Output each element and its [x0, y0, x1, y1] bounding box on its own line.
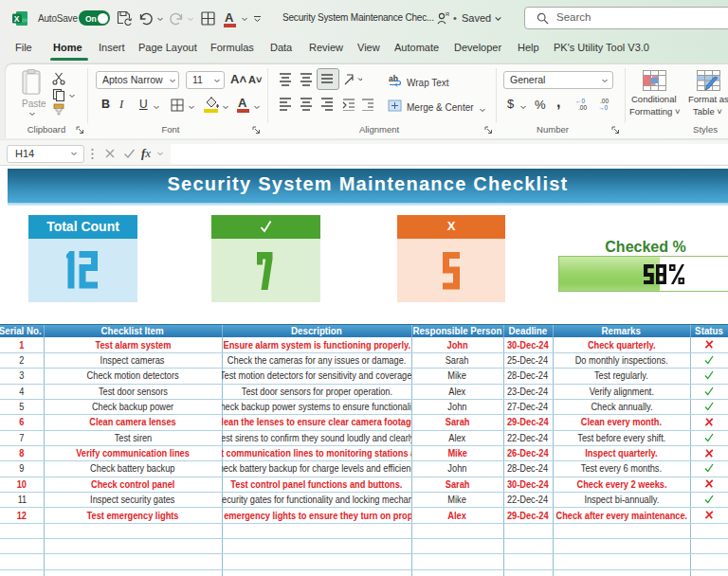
svg-text:.00: .00	[600, 98, 609, 104]
svg-text:ab: ab	[389, 75, 398, 83]
svg-text:→0: →0	[598, 104, 609, 111]
svg-text:R: R	[446, 11, 449, 17]
svg-text:X: X	[14, 14, 20, 24]
svg-text:←0: ←0	[575, 98, 586, 104]
svg-text:.00: .00	[578, 104, 587, 111]
